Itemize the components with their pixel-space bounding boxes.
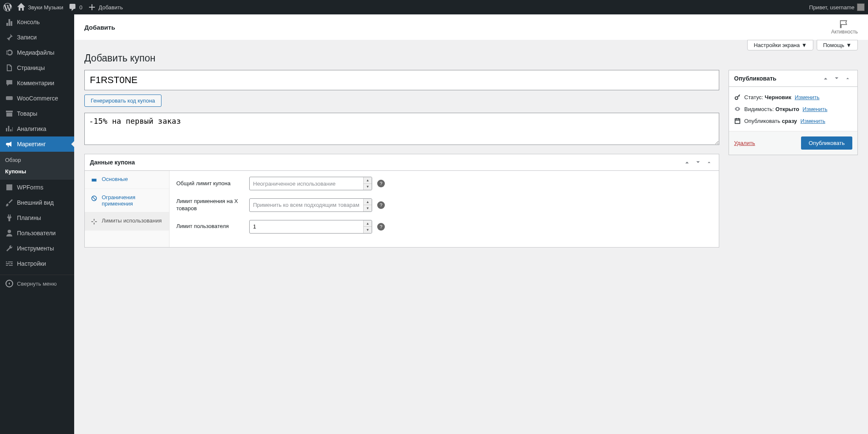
publish-panel: Опубликовать Статус: Черновик Изменить — [729, 70, 858, 155]
spinner-up[interactable]: ▲ — [364, 199, 372, 206]
menu-appearance[interactable]: Внешний вид — [0, 195, 74, 210]
home-icon — [17, 3, 25, 11]
admin-bar: Звуки Музыки 0 Добавить Привет, username — [0, 0, 868, 14]
chart-icon — [5, 125, 14, 133]
page-title: Добавить купон — [84, 53, 858, 64]
publish-button[interactable]: Опубликовать — [801, 136, 852, 150]
site-home-link[interactable]: Звуки Музыки — [17, 3, 63, 11]
plus-icon — [88, 3, 96, 11]
limit-x-items-label: Лимит применения на X товаров — [176, 198, 244, 212]
user-limit-input[interactable] — [249, 220, 372, 234]
tab-general[interactable]: Основные — [85, 171, 169, 189]
chevron-down-icon — [833, 75, 840, 82]
edit-status-link[interactable]: Изменить — [795, 94, 820, 100]
menu-woocommerce[interactable]: WooCommerce — [0, 91, 74, 106]
comments-link[interactable]: 0 — [68, 3, 82, 11]
menu-products[interactable]: Товары — [0, 106, 74, 121]
panel-move-down[interactable] — [832, 74, 841, 83]
screen-options-button[interactable]: Настройки экрана ▼ — [747, 40, 813, 50]
chevron-up-icon — [684, 159, 690, 166]
wordpress-logo[interactable] — [3, 3, 12, 11]
menu-settings[interactable]: Настройки — [0, 256, 74, 258]
archive-icon — [5, 109, 14, 118]
menu-posts[interactable]: Записи — [0, 30, 74, 45]
coupon-data-panel: Данные купона Основные — [84, 154, 719, 248]
edit-visibility-link[interactable]: Изменить — [803, 106, 828, 112]
tab-usage-restriction[interactable]: Ограничения применения — [85, 189, 169, 212]
help-icon[interactable]: ? — [377, 223, 385, 231]
block-icon — [91, 195, 97, 202]
menu-pages[interactable]: Страницы — [0, 60, 74, 75]
chevron-down-icon: ▼ — [846, 42, 851, 48]
comments-count: 0 — [79, 4, 82, 11]
triangle-up-icon — [844, 75, 851, 82]
svg-rect-0 — [6, 96, 13, 100]
svg-point-1 — [8, 230, 11, 233]
menu-dashboard[interactable]: Консоль — [0, 14, 74, 30]
user-greeting[interactable]: Привет, username — [809, 3, 865, 11]
menu-plugins[interactable]: Плагины — [0, 210, 74, 225]
panel-move-up[interactable] — [821, 74, 830, 83]
user-limit-label: Лимит пользователя — [176, 223, 244, 230]
wrench-icon — [5, 244, 14, 253]
generate-code-button[interactable]: Генерировать код купона — [84, 95, 161, 107]
triangle-up-icon — [706, 159, 712, 166]
menu-analytics[interactable]: Аналитика — [0, 121, 74, 136]
help-icon[interactable]: ? — [377, 201, 385, 209]
add-new-label: Добавить — [99, 4, 123, 11]
submenu-overview[interactable]: Обзор — [0, 154, 74, 166]
spinner-down[interactable]: ▼ — [364, 205, 372, 211]
spinner-up[interactable]: ▲ — [364, 177, 372, 184]
total-limit-label: Общий лимит купона — [176, 180, 244, 187]
panel-move-down[interactable] — [693, 158, 703, 167]
form-icon — [5, 183, 14, 192]
coupon-data-title: Данные купона — [90, 159, 681, 166]
help-icon[interactable]: ? — [377, 180, 385, 187]
panel-move-up[interactable] — [682, 158, 692, 167]
spinner-down[interactable]: ▼ — [364, 184, 372, 190]
coupon-description-input[interactable]: -15% на первый заказ — [84, 113, 719, 145]
spinner-buttons[interactable]: ▲▼ — [363, 177, 372, 190]
panel-toggle[interactable] — [843, 74, 852, 83]
flag-icon — [840, 19, 849, 29]
submenu-coupons[interactable]: Купоны — [0, 166, 74, 177]
user-icon — [5, 229, 14, 237]
wordpress-icon — [3, 3, 12, 11]
spinner-up[interactable]: ▲ — [364, 220, 372, 227]
spinner-buttons[interactable]: ▲▼ — [363, 199, 372, 211]
edit-publish-date-link[interactable]: Изменить — [801, 118, 826, 124]
menu-media[interactable]: Медиафайлы — [0, 45, 74, 60]
menu-comments[interactable]: Комментарии — [0, 75, 74, 91]
menu-marketing[interactable]: Маркетинг — [0, 136, 74, 152]
spinner-down[interactable]: ▼ — [364, 227, 372, 233]
plugin-icon — [5, 214, 14, 222]
tab-usage-limits[interactable]: Лимиты использования — [85, 212, 169, 231]
add-new-link[interactable]: Добавить — [88, 3, 123, 11]
ticket-icon — [91, 177, 97, 184]
delete-link[interactable]: Удалить — [734, 140, 755, 146]
chevron-up-icon — [822, 75, 829, 82]
limit-x-items-input[interactable] — [249, 198, 372, 212]
activity-button[interactable]: Активность — [831, 19, 858, 35]
comment-icon — [5, 79, 14, 87]
megaphone-icon — [5, 140, 14, 148]
avatar — [857, 3, 865, 11]
panel-toggle[interactable] — [704, 158, 714, 167]
calendar-icon — [734, 117, 741, 124]
coupon-code-input[interactable] — [84, 70, 719, 90]
top-bar: Добавить Активность — [74, 14, 868, 40]
breadcrumb: Добавить — [84, 24, 115, 31]
publish-title: Опубликовать — [734, 75, 819, 82]
spinner-buttons[interactable]: ▲▼ — [363, 220, 372, 233]
submenu-marketing: Обзор Купоны — [0, 152, 74, 180]
admin-sidebar: Консоль Записи Медиафайлы Страницы Комме… — [0, 14, 74, 258]
total-limit-input[interactable] — [249, 177, 372, 190]
chevron-down-icon — [695, 159, 701, 166]
dashboard-icon — [5, 18, 14, 26]
menu-tools[interactable]: Инструменты — [0, 241, 74, 256]
menu-users[interactable]: Пользователи — [0, 225, 74, 241]
eye-icon — [734, 106, 741, 112]
svg-point-5 — [735, 97, 737, 99]
menu-wpforms[interactable]: WPForms — [0, 180, 74, 195]
help-button[interactable]: Помощь ▼ — [817, 40, 858, 50]
